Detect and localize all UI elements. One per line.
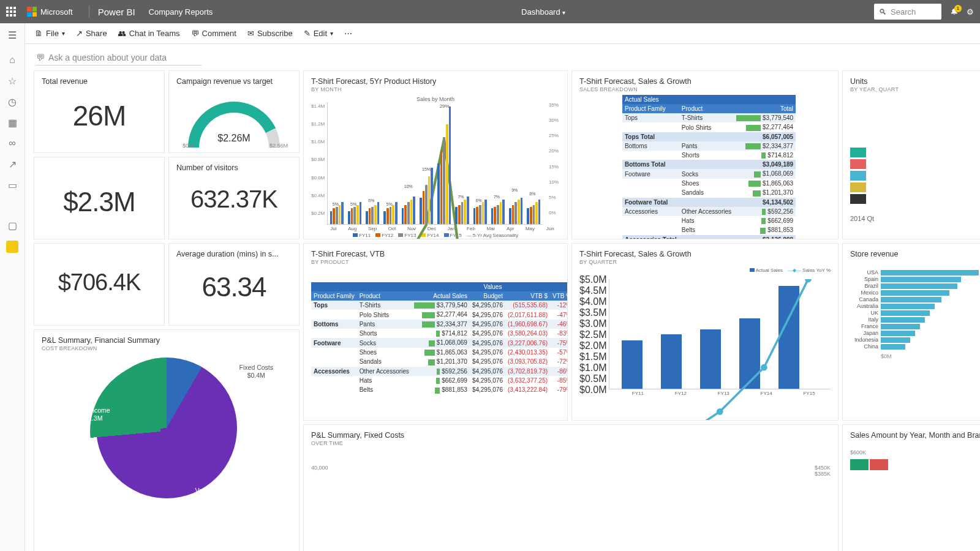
kpi-value: 63.34 [176,272,292,302]
apps-icon[interactable]: ▦ [7,117,18,128]
workspaces-icon[interactable]: ▢ [7,220,18,231]
tile-title: Campaign revenue vs target [176,77,292,86]
notification-badge: 1 [954,5,962,12]
microsoft-logo-icon [27,7,37,17]
tile-store-revenue[interactable]: Store revenue USASpainBrazilMexicoCanada… [842,243,980,421]
tile-subtitle: SALES BREAKDOWN [579,86,831,92]
tile-units[interactable]: Units BY YEAR, QUART 2014 Qt [842,70,980,239]
tile-duration[interactable]: Average duration (mins) in s... 63.34 [168,243,300,326]
brand-swatches [850,459,980,470]
suite-header: Microsoft Power BI Company Reports Dashb… [0,0,980,23]
tile-title: P&L Summary, Fixed Costs [311,431,831,440]
growth-legend: Actual Sales —◆— Sales YoY % [579,268,831,273]
comment-button[interactable]: 💬︎Comment [191,29,236,38]
growth-chart: $5.0M$4.5M$4.0M$3.5M$3.0M$2.5M$2.0M$1.5M… [579,273,831,396]
settings-button[interactable]: ⚙ [967,7,974,17]
recent-icon[interactable]: ◷ [7,96,18,107]
microsoft-logo: Microsoft [27,7,73,17]
tile-growth-quarter[interactable]: T-Shirt Forecast, Sales & Growth BY QUAR… [571,243,839,421]
comment-icon: 💬︎ [36,53,45,62]
tile-title: Store revenue [850,250,980,258]
app-name: Power BI [98,7,135,17]
svg-point-2 [717,408,723,415]
tile-title: Total revenue [42,77,157,86]
tile-subtitle: BY MONTH [311,86,560,92]
tile-sales-breakdown[interactable]: T-Shirt Forecast, Sales & Growth SALES B… [571,70,839,239]
store-revenue-chart: USASpainBrazilMexicoCanadaAustraliaUKIta… [850,269,980,350]
units-footer: 2014 Qt [850,215,980,222]
dashboard-canvas: Total revenue 26M Campaign revenue vs ta… [25,68,980,551]
hamburger-button[interactable]: ☰ [8,26,17,45]
share-button[interactable]: ↗Share [76,29,107,38]
tile-forecast-5yr[interactable]: T-Shirt Forecast, 5Yr Product History BY… [303,70,568,239]
gear-icon: ⚙ [967,7,974,17]
axis-tick: $0M [881,353,980,359]
gauge-value: $2.26M [217,133,250,144]
pencil-icon: ✎ [304,29,311,38]
search-input[interactable]: 🔍︎ Search [874,4,941,20]
file-icon: 🗎 [35,29,43,38]
breakdown-table: Actual SalesProduct FamilyProductTotalTo… [622,95,796,239]
tile-title: T-Shirt Forecast, Sales & Growth [579,77,831,86]
notifications-button[interactable]: 🔔︎ 1 [950,7,958,17]
chevron-down-icon: ▾ [562,9,565,16]
comment-icon: 💬︎ [191,29,199,38]
app-launcher-icon[interactable] [6,7,16,17]
tile-kpi-3[interactable]: $706.4K [34,243,165,326]
chevron-down-icon: ▾ [62,30,65,37]
tile-title: T-Shirt Forecast, Sales & Growth [579,250,831,258]
gauge-chart: $2.26M $0M $2.56M [176,86,292,148]
more-button[interactable]: ⋯ [344,29,352,38]
tile-subtitle: COST BREAKDOWN [42,345,292,351]
qna-input[interactable]: 💬︎Ask a question about your data [36,50,202,66]
kpi-value: 26M [42,99,157,132]
svg-point-3 [761,364,767,371]
breadcrumb[interactable]: Dashboard ▾ [521,7,565,17]
file-menu[interactable]: 🗎File▾ [35,29,65,38]
tile-title: Units [850,77,980,86]
kpi-value: $706.4K [42,269,157,296]
chat-teams-button[interactable]: 👥︎Chat in Teams [118,29,180,38]
qna-row: 💬︎Ask a question about your data [25,44,980,68]
gauge-min: $0M [183,143,194,149]
tile-visitors[interactable]: Number of visitors 632.37K [168,157,300,239]
tile-sales-brand[interactable]: Sales Amount by Year, Month and Brand Na… [842,424,980,551]
tile-title: Number of visitors [176,163,292,172]
tile-title: T-Shirt Forecast, VTB [311,250,560,258]
axis-tick: $600K [850,449,980,455]
chevron-down-icon: ▾ [330,30,333,37]
tile-vtb[interactable]: T-Shirt Forecast, VTB BY PRODUCT ValuesP… [303,243,568,421]
gauge-max: $2.56M [270,143,288,149]
search-placeholder: Search [891,7,916,17]
tile-title: P&L Summary, Financial Summary [42,336,292,345]
subscribe-button[interactable]: ✉Subscribe [247,29,293,38]
tile-title: T-Shirt Forecast, 5Yr Product History [311,77,560,86]
mail-icon: ✉ [247,29,254,38]
teams-icon: 👥︎ [118,29,126,38]
tile-subtitle: BY QUARTER [579,259,831,265]
divider [89,6,89,18]
learn-icon[interactable]: ▭ [7,179,18,190]
chart-title: Sales by Month [311,96,560,102]
tile-fixed-costs[interactable]: P&L Summary, Fixed Costs OVER TIME 40,00… [303,424,839,551]
powerbi-icon[interactable] [6,241,18,253]
vtb-table: ValuesProduct FamilyProductActual SalesB… [311,282,568,395]
tile-title: Average duration (mins) in s... [176,250,292,258]
deploy-icon[interactable]: ↗ [7,159,18,170]
shared-icon[interactable]: ∞ [7,138,18,149]
workspace-name[interactable]: Company Reports [149,7,213,17]
tile-total-revenue[interactable]: Total revenue 26M [34,70,165,153]
brand-label: Microsoft [40,7,73,17]
kpi-value: 632.37K [176,186,292,213]
tile-pnl-pie[interactable]: P&L Summary, Financial Summary COST BREA… [34,329,300,551]
favorites-icon[interactable]: ☆ [7,75,18,86]
tile-kpi-2[interactable]: $2.3M [34,157,165,239]
edit-button[interactable]: ✎Edit▾ [304,29,333,38]
home-icon[interactable]: ⌂ [7,54,18,66]
kpi-value: $2.3M [42,187,157,217]
share-icon: ↗ [76,29,83,38]
svg-point-4 [805,279,812,282]
tile-campaign-gauge[interactable]: Campaign revenue vs target $2.26M $0M $2… [168,70,300,153]
tile-subtitle: OVER TIME [311,440,831,446]
tile-subtitle: BY YEAR, QUART [850,86,980,92]
